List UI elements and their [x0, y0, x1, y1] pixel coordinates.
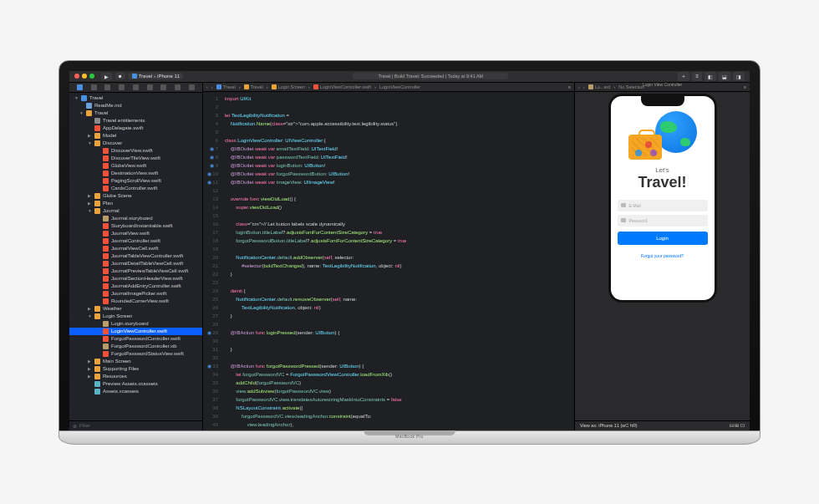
tree-item[interactable]: Journal.storyboard [69, 215, 202, 222]
folder-icon [272, 84, 277, 89]
tree-item[interactable]: StoryboardInstantiable.swift [69, 222, 202, 230]
tree-item[interactable]: ▼Travel [69, 94, 202, 102]
tree-item[interactable]: JournalSectionHeaderView.swift [69, 275, 202, 283]
tree-item-label: Travel [89, 95, 103, 100]
tree-item[interactable]: DiscoverView.swift [69, 147, 202, 155]
travel-illustration: ✈ [625, 111, 700, 161]
tree-item[interactable]: CardsController.swift [69, 185, 202, 192]
tree-item-label: JournalViewCell.swift [111, 246, 159, 251]
proj-icon [81, 95, 87, 101]
tree-item[interactable]: JournalView.swift [69, 230, 202, 237]
panel-bottom-button[interactable]: ⬓ [719, 72, 730, 81]
filter-placeholder: Filter [79, 423, 90, 428]
tree-item[interactable]: ▼Login Screen [69, 313, 202, 320]
tree-item-label: Login.storyboard [111, 321, 149, 326]
tree-item-label: ForgotPasswordStatusView.swift [111, 351, 184, 356]
tree-item[interactable]: DiscoverTileView.swift [69, 155, 202, 162]
tree-item[interactable]: Travel.entitlements [69, 117, 202, 125]
debug-nav-icon[interactable] [160, 84, 166, 90]
tree-item[interactable]: Assets.xcassets [69, 388, 202, 395]
tree-item[interactable]: ▶Model [69, 132, 202, 140]
tree-item-label: Resources [103, 374, 127, 379]
email-field[interactable]: E-Mail [618, 200, 708, 211]
issue-nav-icon[interactable] [133, 84, 139, 90]
close-icon[interactable] [74, 74, 79, 79]
project-tree[interactable]: ▼TravelReadMe.md▼TravelTravel.entitlemen… [69, 93, 202, 420]
zoom-controls[interactable]: ⊟ ⊞ ⊡ [730, 423, 745, 428]
panel-left-button[interactable]: ◧ [705, 72, 716, 81]
breakpoint-nav-icon[interactable] [175, 84, 181, 90]
swift-icon [103, 268, 109, 274]
forgot-password-link[interactable]: Forgot your password? [641, 253, 684, 258]
canvas-stage[interactable]: ✈ Let's Travel! E-Mail [575, 89, 750, 420]
tree-item[interactable]: ▼Journal [69, 207, 202, 215]
project-nav-icon[interactable] [77, 84, 83, 90]
forward-icon[interactable]: › [211, 84, 213, 89]
tree-item[interactable]: LoginViewController.swift [69, 328, 202, 335]
library-button[interactable]: ＋ [678, 72, 689, 81]
tree-item[interactable]: ForgotPasswordController.xib [69, 343, 202, 350]
tree-item[interactable]: ▶Globe Scene [69, 192, 202, 200]
tree-item[interactable]: ▶Plan [69, 200, 202, 207]
tree-item[interactable]: JournalController.swift [69, 237, 202, 245]
tree-item[interactable]: JournalAddEntryController.swift [69, 283, 202, 290]
find-nav-icon[interactable] [119, 84, 125, 90]
swift-icon [103, 261, 109, 267]
test-nav-icon[interactable] [147, 84, 153, 90]
editor-mode-button[interactable]: ≡ [692, 72, 702, 81]
folder-icon [94, 313, 100, 319]
tree-item-label: JournalDetailTableViewCell.swift [111, 261, 183, 266]
swift-icon [103, 351, 109, 357]
tree-item[interactable]: ReadMe.md [69, 102, 202, 109]
folder-icon [94, 366, 100, 372]
panel-right-button[interactable]: ◨ [733, 72, 745, 81]
tree-item-label: Discover [103, 140, 122, 145]
tree-item[interactable]: ForgotPasswordStatusView.swift [69, 350, 202, 358]
tree-item[interactable]: DestinationView.swift [69, 170, 202, 177]
tree-item[interactable]: ▼Travel [69, 109, 202, 117]
zoom-icon[interactable] [89, 74, 94, 79]
tree-item[interactable]: ▶Resources [69, 373, 202, 380]
tree-item[interactable]: JournalTableViewController.swift [69, 252, 202, 260]
tree-item[interactable]: PagingScrollView.swift [69, 177, 202, 185]
back-icon[interactable]: ‹ [206, 84, 208, 89]
stop-button[interactable]: ■ [115, 73, 125, 79]
tree-item[interactable]: ▶Main Screen [69, 358, 202, 365]
tree-item[interactable]: JournalImagePicker.swift [69, 290, 202, 298]
tree-item[interactable]: ▶Supporting Files [69, 365, 202, 373]
navigator-tabs[interactable] [69, 83, 202, 93]
tree-item[interactable]: ForgotPasswordController.swift [69, 335, 202, 343]
tree-item[interactable]: JournalViewCell.swift [69, 245, 202, 252]
navigator-filter[interactable]: ⊕ Filter [69, 420, 202, 430]
tree-item[interactable]: JournalPreviewTableViewCell.swift [69, 267, 202, 275]
tree-item[interactable]: ▶Weather [69, 305, 202, 313]
tree-item[interactable]: Login.storyboard [69, 320, 202, 328]
tree-item[interactable]: Preview Assets.xcassets [69, 380, 202, 388]
code-editor[interactable]: 123456◉ 7◉ 8◉ 9◉ 10◉ 1112131415161718192… [203, 92, 574, 430]
run-button[interactable]: ▶ [101, 73, 112, 80]
tree-item[interactable]: GlobeView.swift [69, 162, 202, 170]
folder-icon [86, 110, 92, 116]
tree-item[interactable]: AppDelegate.swift [69, 125, 202, 132]
minimize-icon[interactable] [82, 74, 87, 79]
source-control-nav-icon[interactable] [91, 84, 97, 90]
report-nav-icon[interactable] [189, 84, 195, 90]
tree-item-label: DiscoverTileView.swift [111, 155, 160, 160]
jump-bar[interactable]: ‹ › Travel› Travel› Login Screen› LoginV… [203, 83, 574, 92]
swift-icon [313, 84, 318, 89]
login-button[interactable]: Login [618, 232, 708, 245]
assets-icon [94, 389, 100, 395]
view-as-label[interactable]: View as: iPhone 11 (wC hR) [580, 423, 638, 428]
password-field[interactable]: Password [618, 215, 708, 227]
tree-item[interactable]: RoundedCornerView.swift [69, 298, 202, 305]
editor-options-icon[interactable]: ≡ [568, 84, 571, 89]
scheme-selector[interactable]: Travel › iPhone 11 [129, 73, 183, 79]
ent-icon [94, 118, 100, 124]
tree-item[interactable]: ▼Discover [69, 140, 202, 147]
canvas-status-bar[interactable]: View as: iPhone 11 (wC hR) ⊟ ⊞ ⊡ [575, 420, 750, 430]
suitcase-icon [628, 135, 662, 160]
folder-icon [94, 201, 100, 206]
tree-item[interactable]: JournalDetailTableViewCell.swift [69, 260, 202, 267]
symbol-nav-icon[interactable] [104, 84, 110, 90]
folder-icon [94, 208, 100, 214]
